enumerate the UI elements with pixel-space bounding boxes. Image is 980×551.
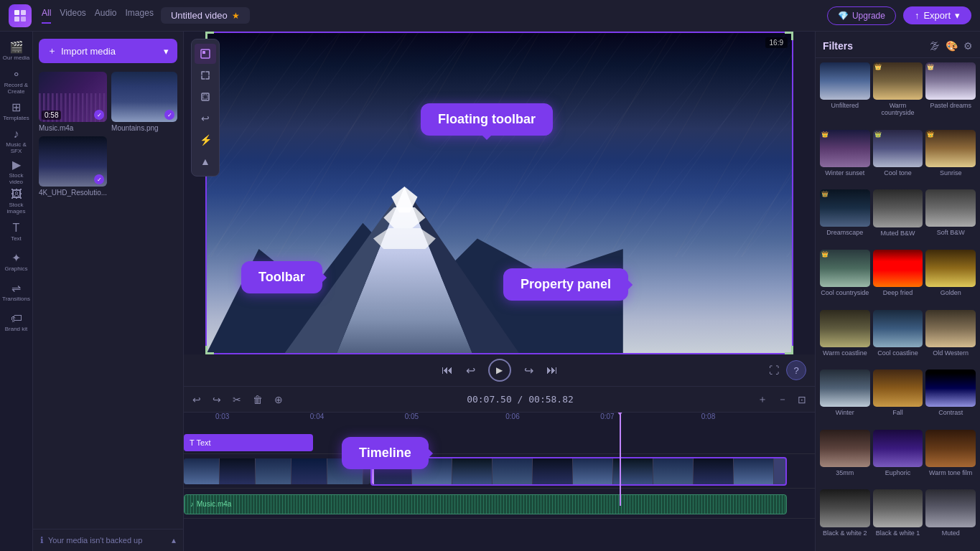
video-clip-selected[interactable]: 4K_UHD_Resolution_SnowCap_Stars_3x2.png xyxy=(370,457,787,486)
toolbar-adjust-btn[interactable]: ▲ xyxy=(195,151,216,171)
svg-rect-4 xyxy=(201,50,210,58)
export-button[interactable]: ↑ Export ▾ xyxy=(903,6,971,24)
sidebar-item-our-media[interactable]: 🎬 Our media xyxy=(3,37,30,65)
sidebar-label-record: Record & Create xyxy=(3,83,30,95)
zoom-fit-button[interactable]: ⊡ xyxy=(795,390,809,409)
filter-bw2[interactable]: Black & white 2 xyxy=(820,489,870,547)
filter-pastel-dreams[interactable]: 👑 Pastel dreams xyxy=(925,62,976,127)
filter-cool-coastline[interactable]: Cool coastline xyxy=(873,310,923,367)
filter-thumb-warm-countryside: 👑 xyxy=(873,62,923,100)
filter-name-unfiltered: Unfiltered xyxy=(831,102,859,109)
filter-name-35mm: 35mm xyxy=(836,469,854,476)
tab-audio[interactable]: Audio xyxy=(95,8,117,24)
backup-status: Your media isn't backed up xyxy=(48,536,142,545)
filter-unfiltered[interactable]: Unfiltered xyxy=(820,62,870,127)
app-logo[interactable] xyxy=(9,4,32,27)
chevron-up-icon[interactable]: ▴ xyxy=(172,535,176,545)
media-item-music[interactable]: 0:58 ✓ Music.m4a xyxy=(39,72,107,132)
toolbar-select-btn[interactable] xyxy=(195,44,216,64)
filter-euphoric[interactable]: Euphoric xyxy=(873,430,923,487)
toolbar-crop-btn[interactable] xyxy=(195,87,216,107)
sidebar-item-stock-video[interactable]: ▶ Stock video xyxy=(3,158,30,185)
filter-warm-tone-film[interactable]: Warm tone film xyxy=(925,430,976,487)
sidebar-label-text: Text xyxy=(11,236,22,242)
floating-toolbar: ↩ ⚡ ▲ xyxy=(191,39,220,176)
filter-warm-coastline[interactable]: Warm coastline xyxy=(820,310,870,367)
filter-cool-countryside[interactable]: 👑 Cool countryside xyxy=(820,250,870,307)
graphics-icon: ✦ xyxy=(11,251,21,265)
skip-to-start-button[interactable]: ⏮ xyxy=(442,364,453,377)
tab-videos[interactable]: Videos xyxy=(60,8,85,24)
filter-sunrise[interactable]: 👑 Sunrise xyxy=(925,130,976,187)
sidebar-item-record[interactable]: ⚬ Record & Create xyxy=(3,67,30,95)
filter-muted-bw[interactable]: Muted B&W xyxy=(873,189,923,247)
play-button[interactable]: ▶ xyxy=(488,359,511,382)
filter-muted[interactable]: Muted xyxy=(925,489,976,547)
filter-winter[interactable]: Winter xyxy=(820,369,870,427)
media-checkmark-4k: ✓ xyxy=(94,174,104,184)
sidebar-item-templates[interactable]: ⊞ Templates xyxy=(3,98,30,125)
help-button[interactable]: ? xyxy=(786,360,806,380)
step-forward-button[interactable]: ↪ xyxy=(524,364,533,377)
text-icon: T xyxy=(13,222,20,235)
add-track-button[interactable]: ＋ xyxy=(755,390,770,409)
filter-soft-bw[interactable]: Soft B&W xyxy=(925,189,976,247)
filter-thumb-warm-tone-film xyxy=(925,430,976,467)
filter-bw1[interactable]: Black & white 1 xyxy=(873,489,923,547)
ruler-marks-container: 0:03 0:04 0:05 0:06 0:07 0:08 xyxy=(184,413,815,427)
step-back-button[interactable]: ↩ xyxy=(466,364,475,377)
filter-name-warm-coastline: Warm coastline xyxy=(823,349,867,357)
filter-thumb-35mm xyxy=(820,430,870,467)
media-item-4k[interactable]: ✓ 4K_UHD_Resolutio... xyxy=(39,136,107,197)
audio-clip[interactable]: ♪ Music.m4a xyxy=(184,494,787,514)
filter-fall[interactable]: Fall xyxy=(873,369,923,427)
sidebar-item-stock-images[interactable]: 🖼 Stock images xyxy=(3,188,30,215)
filter-warm-countryside[interactable]: 👑 Warm countryside xyxy=(873,62,923,127)
video-clip-left[interactable] xyxy=(184,458,370,484)
project-tab[interactable]: Untitled video ★ xyxy=(161,7,250,24)
sidebar-item-graphics[interactable]: ✦ Graphics xyxy=(3,248,30,276)
fade-icon[interactable]: 🌫 xyxy=(930,40,940,52)
filter-golden[interactable]: Golden xyxy=(925,250,976,307)
filter-name-dreamscape: Dreamscape xyxy=(826,229,863,236)
upgrade-button[interactable]: 💎 Upgrade xyxy=(827,6,896,25)
filter-contrast[interactable]: Contrast xyxy=(925,369,976,427)
sidebar-item-brand-kit[interactable]: 🏷 Brand kit xyxy=(3,309,30,336)
delete-button[interactable]: 🗑 xyxy=(250,391,266,408)
media-item-mountains[interactable]: ✓ Mountains.png xyxy=(111,72,177,132)
filter-old-western[interactable]: Old Western xyxy=(925,310,976,367)
filter-winter-sunset[interactable]: 👑 Winter sunset xyxy=(820,130,870,187)
filter-thumb-warm-coastline xyxy=(820,310,870,347)
tab-all[interactable]: All xyxy=(42,8,51,24)
sidebar-item-music[interactable]: ♪ Music & SFX xyxy=(3,128,30,155)
text-clip[interactable]: T Text xyxy=(184,434,313,451)
brand-icon: 🏷 xyxy=(11,312,22,325)
skip-to-end-button[interactable]: ⏭ xyxy=(546,364,558,377)
filter-thumb-golden xyxy=(925,250,976,287)
filter-35mm[interactable]: 35mm xyxy=(820,430,870,487)
more-button[interactable]: ⊕ xyxy=(271,391,286,408)
video-canvas[interactable]: 16:9 xyxy=(205,32,793,354)
redo-button[interactable]: ↪ xyxy=(210,391,224,408)
sidebar-item-transitions[interactable]: ⇌ Transitions xyxy=(3,278,30,306)
crown-icon: 👑 xyxy=(874,131,882,138)
zoom-out-button[interactable]: － xyxy=(775,390,790,409)
cut-button[interactable]: ✂ xyxy=(230,391,244,408)
toolbar-undo-btn[interactable]: ↩ xyxy=(195,108,216,128)
info-icon: ℹ xyxy=(40,535,44,545)
toolbar-resize-btn[interactable] xyxy=(195,65,216,85)
clip-resize-left[interactable] xyxy=(372,458,374,484)
adjust-colors-icon[interactable]: ⚙ xyxy=(963,40,973,52)
filter-dreamscape[interactable]: 👑 Dreamscape xyxy=(820,189,870,247)
undo-button[interactable]: ↩ xyxy=(190,391,204,408)
tab-images[interactable]: Images xyxy=(126,8,154,24)
sidebar-item-text[interactable]: T Text xyxy=(3,218,30,245)
import-media-button[interactable]: ＋ Import media ▾ xyxy=(39,39,177,63)
toolbar-effect-btn[interactable]: ⚡ xyxy=(195,130,216,150)
filters-icon[interactable]: 🎨 xyxy=(946,40,958,52)
filter-deep-fried[interactable]: Deep fried xyxy=(873,250,923,307)
svg-rect-3 xyxy=(21,17,26,22)
chevron-down-icon: ▾ xyxy=(164,46,169,57)
filter-cool-tone[interactable]: 👑 Cool tone xyxy=(873,130,923,187)
fullscreen-button[interactable]: ⛶ xyxy=(769,364,779,376)
